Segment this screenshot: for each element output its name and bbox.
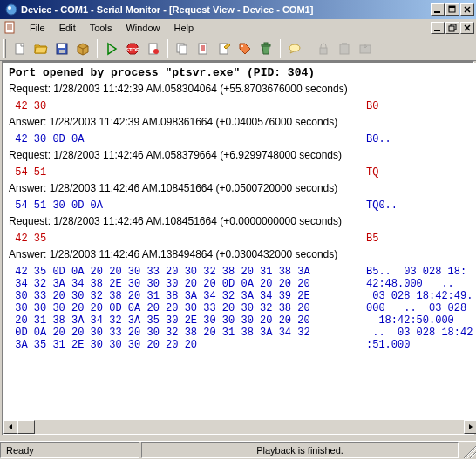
hex-row: 42 35B5 (9, 233, 473, 245)
close-button[interactable] (460, 3, 474, 16)
record-button[interactable] (144, 39, 163, 58)
menu-window[interactable]: Window (119, 21, 167, 35)
menu-help[interactable]: Help (167, 21, 201, 35)
toolbar: STOP (0, 37, 476, 61)
mdi-minimize-button[interactable] (431, 22, 445, 34)
svg-rect-12 (59, 50, 65, 53)
hex-row: 0D 0A 20 20 30 33 20 30 32 38 20 31 38 3… (9, 327, 473, 339)
hex-row: 34 32 3A 34 38 2E 30 30 30 20 20 0D 0A 2… (9, 278, 473, 290)
play-button[interactable] (102, 39, 121, 58)
log-info-line: Answer: 1/28/2003 11:42:46 AM.108451664 … (9, 182, 473, 194)
export-button (356, 39, 375, 58)
log-info-line: Answer: 1/28/2003 11:42:39 AM.098361664 … (9, 116, 473, 128)
svg-text:STOP: STOP (126, 47, 139, 52)
hex-bytes: 34 32 3A 34 38 2E 30 30 30 20 20 0D 0A 2… (9, 278, 366, 290)
svg-point-1 (8, 6, 11, 10)
toolbar-grip[interactable] (3, 39, 6, 58)
svg-rect-27 (342, 43, 347, 45)
copy-button[interactable] (173, 39, 192, 58)
ascii-text: :51.000 (366, 339, 429, 351)
hex-bytes: 54 51 30 0D 0A (9, 199, 366, 212)
chat-button[interactable] (285, 39, 304, 58)
hex-bytes: 3A 35 31 2E 30 30 30 20 20 20 (9, 339, 366, 351)
svg-rect-4 (449, 6, 455, 8)
scroll-left-button[interactable] (3, 420, 17, 434)
hex-row: 54 51TQ (9, 166, 473, 179)
ascii-text: 18:42:50.000 (366, 314, 466, 327)
menubar: File Edit Tools Window Help (0, 19, 476, 37)
scroll-right-button[interactable] (464, 420, 476, 434)
ascii-text: 03 028 18:42:49. (366, 290, 473, 302)
svg-rect-11 (58, 44, 65, 48)
new-button[interactable] (10, 39, 30, 58)
hex-row: 30 30 30 20 20 0D 0A 20 20 30 33 20 30 3… (9, 302, 473, 314)
hex-bytes: 42 30 0D 0A (9, 133, 366, 145)
trash-button[interactable] (256, 39, 275, 58)
minimize-button[interactable] (431, 3, 445, 16)
svg-point-16 (153, 49, 159, 54)
maximize-button[interactable] (445, 3, 459, 16)
ascii-text: B0.. (366, 133, 391, 145)
menu-file[interactable]: File (23, 21, 52, 35)
scrollbar-horizontal[interactable] (3, 420, 476, 434)
ascii-text: TQ (366, 166, 378, 179)
tag-button[interactable] (235, 39, 255, 58)
hex-bytes: 30 33 20 30 32 38 20 31 38 3A 34 32 3A 3… (9, 290, 366, 302)
open-button[interactable] (31, 39, 51, 58)
ascii-text: .. 03 028 18:42 (366, 327, 473, 339)
hex-row: 54 51 30 0D 0ATQ0.. (9, 199, 473, 212)
hex-row: 42 30 0D 0AB0.. (9, 133, 473, 145)
svg-rect-19 (199, 44, 207, 54)
ascii-text: B0 (366, 100, 378, 112)
mdi-close-button[interactable] (460, 22, 474, 34)
svg-rect-25 (320, 48, 327, 54)
edit-note-button[interactable] (214, 39, 234, 58)
log-info-line: Request: 1/28/2003 11:42:46 AM.058379664… (9, 149, 473, 161)
log-info-line: Request: 1/28/2003 11:42:39 AM.058304064… (9, 83, 473, 95)
lock-button (314, 39, 333, 58)
svg-rect-18 (180, 45, 187, 54)
paste-button (335, 39, 354, 58)
status-left: Ready (0, 442, 139, 458)
scroll-h-thumb[interactable] (17, 420, 35, 434)
log-info-line: Request: 1/28/2003 11:42:46 AM.108451664… (9, 215, 473, 227)
ascii-text: B5.. 03 028 18: (366, 266, 466, 278)
svg-rect-26 (340, 44, 349, 54)
ascii-text: TQ0.. (366, 199, 398, 212)
hex-bytes: 30 30 30 20 20 0D 0A 20 20 30 33 20 30 3… (9, 302, 366, 314)
titlebar: Device - COM1 - Serial Monitor - [Reques… (0, 0, 476, 19)
app-icon (4, 3, 18, 17)
hex-row: 42 35 0D 0A 20 20 30 33 20 30 32 38 20 3… (9, 266, 473, 278)
status-center: Playback is finished. (141, 442, 459, 458)
stop-button[interactable]: STOP (123, 39, 142, 58)
document-icon (3, 21, 17, 35)
hex-row: 20 31 38 3A 34 32 3A 35 30 2E 30 30 30 2… (9, 314, 473, 327)
ascii-text: 42:48.000 .. (366, 278, 466, 290)
mdi-restore-button[interactable] (445, 22, 459, 34)
hex-row: 3A 35 31 2E 30 30 30 20 20 20:51.000 (9, 339, 473, 351)
log-view[interactable]: Port opened by process "ptsvr.exe" (PID:… (3, 63, 476, 420)
properties-button[interactable] (194, 39, 213, 58)
window-title: Device - COM1 - Serial Monitor - [Reques… (21, 4, 431, 15)
resize-grip[interactable] (460, 442, 476, 458)
log-header: Port opened by process "ptsvr.exe" (PID:… (9, 66, 473, 79)
hex-bytes: 42 35 (9, 233, 366, 245)
menu-edit[interactable]: Edit (52, 21, 83, 35)
menu-tools[interactable]: Tools (83, 21, 119, 35)
save-button[interactable] (52, 39, 71, 58)
svg-rect-2 (434, 11, 440, 13)
content-frame: Port opened by process "ptsvr.exe" (PID:… (2, 61, 474, 435)
ascii-text: 000 .. 03 028 (366, 302, 466, 314)
svg-point-0 (6, 4, 17, 15)
hex-bytes: 20 31 38 3A 34 32 3A 35 30 2E 30 30 30 2… (9, 314, 366, 327)
hex-bytes: 42 30 (9, 100, 366, 112)
svg-rect-9 (16, 44, 24, 54)
log-info-line: Answer: 1/28/2003 11:42:46 AM.138494864 … (9, 248, 473, 260)
svg-point-21 (241, 45, 243, 47)
hex-bytes: 42 35 0D 0A 20 20 30 33 20 30 32 38 20 3… (9, 266, 366, 278)
svg-point-24 (289, 44, 300, 51)
svg-rect-23 (264, 43, 268, 44)
package-button[interactable] (73, 39, 92, 58)
hex-bytes: 0D 0A 20 20 30 33 20 30 32 38 20 31 38 3… (9, 327, 366, 339)
ascii-text: B5 (366, 233, 378, 245)
